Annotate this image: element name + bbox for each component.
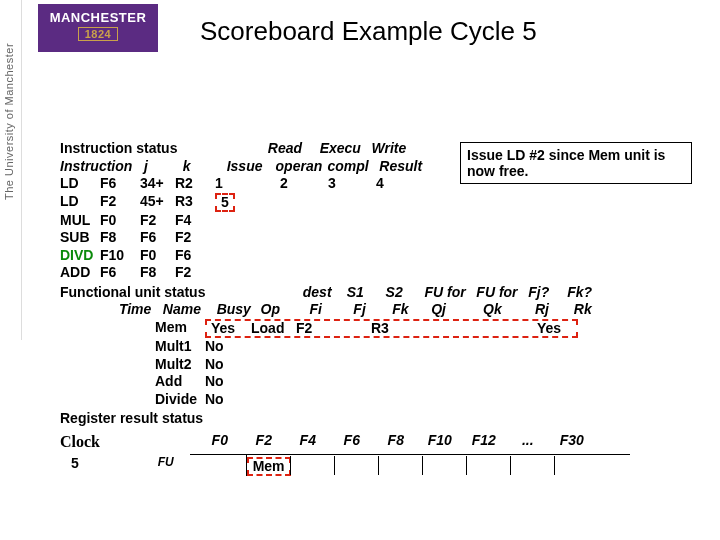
col-k: k [183,158,223,176]
col-result: Result [379,158,427,176]
col-compl: compl [327,158,375,176]
col-exec: Execu [320,140,368,158]
col-op: Op [261,301,306,319]
reg-value-highlight: Mem [247,457,291,476]
col-time: Time [119,301,159,319]
instr-row: ADDF6F8F2 [60,264,660,282]
page-title: Scoreboard Example Cycle 5 [200,16,537,47]
col-fk: Fk [392,301,427,319]
reg-cell [466,456,510,476]
instr-row: LDF245+R35 [60,193,660,212]
col-fj: Fj [353,301,388,319]
sidebar: The University of Manchester [0,0,22,340]
fu-row: AddNo [60,373,660,391]
col-qk: Qk [483,301,531,319]
col-write: Write [372,140,420,158]
reg-col-header: F6 [330,432,374,450]
clock-value: 5 [60,455,90,473]
reg-cell: Mem [246,455,290,476]
col-rk: Rk [574,301,609,319]
col-read: Read [268,140,316,158]
reg-col-header: F12 [462,432,506,450]
reg-cell [334,456,378,476]
scoreboard-tables: Instruction status Read Execu Write Inst… [60,140,660,476]
col-fjq: Fj? [528,284,563,302]
logo-name: MANCHESTER [38,10,158,25]
reg-col-header: ... [506,432,550,450]
col-busy: Busy [217,301,257,319]
logo-year: 1824 [78,27,118,41]
reg-cell [202,456,246,476]
col-s1: S1 [347,284,382,302]
reg-cell [290,456,334,476]
clock-label: Clock [60,432,120,452]
fu-row-label: FU [158,455,198,470]
fu-row: DivideNo [60,391,660,409]
reg-cell [422,456,466,476]
reg-cell [510,456,554,476]
col-instruction: Instruction [60,158,140,176]
instr-row: DIVDF10F0F6 [60,247,660,265]
fu-status-heading: Functional unit status [60,284,240,302]
reg-col-header: F8 [374,432,418,450]
sidebar-org-text: The University of Manchester [3,43,15,200]
university-logo: MANCHESTER 1824 [38,4,158,52]
reg-status-heading: Register result status [60,410,203,426]
reg-col-header: F0 [198,432,242,450]
col-issue: Issue [227,158,272,176]
col-dest: dest [303,284,343,302]
fu-row-highlight: YesLoadF2R3Yes [205,319,578,338]
instr-row: LDF634+R21234 [60,175,660,193]
reg-cell [378,456,422,476]
reg-cell [554,456,598,476]
instr-row: SUBF8F6F2 [60,229,660,247]
reg-col-header: F10 [418,432,462,450]
col-s2: S2 [386,284,421,302]
col-qj: Qj [431,301,479,319]
instr-status-heading: Instruction status [60,140,215,158]
fu-row: MemYesLoadF2R3Yes [60,319,660,338]
col-j: j [144,158,179,176]
col-name: Name [163,301,213,319]
col-rj: Rj [535,301,570,319]
col-operan: operan [276,158,324,176]
fu-row: Mult1No [60,338,660,356]
col-fufor-k: FU for [476,284,524,302]
col-fufor-j: FU for [424,284,472,302]
fu-row: Mult2No [60,356,660,374]
col-fkq: Fk? [567,284,602,302]
instr-row: MULF0F2F4 [60,212,660,230]
col-fi: Fi [309,301,349,319]
issue-highlight: 5 [215,193,235,212]
reg-col-header: F30 [550,432,594,450]
reg-col-header: F2 [242,432,286,450]
reg-col-header: F4 [286,432,330,450]
